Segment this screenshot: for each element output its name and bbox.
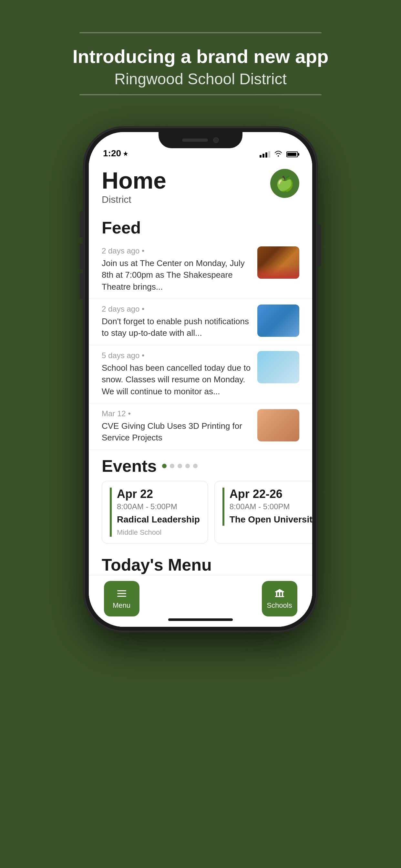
feed-item[interactable]: Mar 12 • CVE Giving Club Uses 3D Printin… [89,403,312,450]
event-time: 8:00AM - 5:00PM [117,502,200,511]
feed-item[interactable]: 2 days ago • Join us at The Center on Mo… [89,241,312,299]
scroll-content[interactable]: Feed 2 days ago • Join us at The Center … [89,212,312,575]
menu-section: Today's Menu Lunchtime [89,550,312,575]
feed-body: Join us at The Center on Monday, July 8t… [102,257,251,292]
location-icon [123,151,128,156]
feed-text-area: 5 days ago • School has been cancelled t… [102,351,251,397]
svg-rect-1 [117,593,126,594]
bottom-divider [80,94,321,95]
top-divider [80,32,321,33]
signal-bars [259,151,270,158]
phone-screen: 1:20 [89,132,312,627]
battery-icon [286,151,298,157]
svg-rect-3 [276,592,277,596]
status-icons [259,150,298,159]
speaker [182,138,208,142]
dot-inactive [170,464,174,468]
intro-title: Introducing a brand new app [73,46,329,67]
menu-icon [116,588,127,599]
dot-inactive [185,464,190,468]
tab-item-schools[interactable]: Schools [253,581,306,616]
feed-body: School has been cancelled today due to s… [102,362,251,397]
feed-text-area: 2 days ago • Don't forget to enable push… [102,305,251,339]
event-date: Apr 22-26 [229,488,312,500]
feed-text-area: 2 days ago • Join us at The Center on Mo… [102,246,251,292]
events-dots [162,464,197,468]
app-home-title: Home [102,169,166,192]
app-title-area: Home District [102,169,166,205]
event-location: Middle School [117,528,200,537]
event-card[interactable]: Apr 22 8:00AM - 5:00PM Radical Leadershi… [102,481,208,544]
feed-meta: 2 days ago • [102,246,251,255]
status-time: 1:20 [103,148,128,159]
feed-title: Feed [89,212,312,241]
feed-meta: 5 days ago • [102,351,251,360]
svg-rect-0 [117,590,126,591]
dot-active [162,464,166,468]
schools-tab-button[interactable]: Schools [262,581,297,616]
status-bar: 1:20 [89,132,312,161]
event-name: Radical Leadership [117,514,200,525]
feed-thumbnail [257,409,299,441]
dot-inactive [193,464,197,468]
feed-meta: Mar 12 • [102,409,251,418]
event-date: Apr 22 [117,488,200,500]
notch [158,132,243,148]
event-name: The Open University's Course A305 and th… [229,514,312,525]
feed-thumbnail [257,246,299,279]
app-icon[interactable]: 🍏 [270,169,299,198]
header-section: Introducing a brand new app Ringwood Sch… [0,0,401,115]
feed-body: Don't forget to enable push notification… [102,315,251,339]
phone-mockup: 1:20 [84,128,317,631]
event-time: 8:00AM - 5:00PM [229,502,312,511]
feed-text-area: Mar 12 • CVE Giving Club Uses 3D Printin… [102,409,251,444]
events-header: Events [89,450,312,481]
svg-rect-6 [275,596,284,597]
svg-rect-2 [117,596,126,597]
wifi-icon [274,150,282,159]
svg-rect-5 [282,592,283,596]
events-scroll[interactable]: Apr 22 8:00AM - 5:00PM Radical Leadershi… [89,481,312,550]
app-district-label: District [102,194,166,205]
intro-subtitle: Ringwood School District [114,70,287,88]
feed-item[interactable]: 2 days ago • Don't forget to enable push… [89,299,312,345]
feed-thumbnail [257,305,299,337]
camera [213,137,219,143]
app-content: Home District 🍏 Feed 2 days ago [89,161,312,627]
dot-inactive [178,464,182,468]
feed-body: CVE Giving Club Uses 3D Printing for Ser… [102,420,251,444]
events-title: Events [102,456,157,476]
feed-item[interactable]: 5 days ago • School has been cancelled t… [89,345,312,403]
phone-shell: 1:20 [84,128,317,631]
menu-tab-label: Menu [113,601,130,610]
feed-meta: 2 days ago • [102,305,251,314]
event-card[interactable]: Apr 22-26 8:00AM - 5:00PM The Open Unive… [214,481,312,544]
home-indicator [168,618,233,621]
schools-icon [274,588,285,599]
menu-title: Today's Menu [102,555,299,575]
menu-tab-button[interactable]: Menu [104,581,140,616]
app-header: Home District 🍏 [89,161,312,212]
svg-rect-4 [279,592,280,596]
feed-thumbnail [257,351,299,383]
schools-tab-label: Schools [267,601,292,610]
tab-item-menu[interactable]: Menu [95,581,148,616]
